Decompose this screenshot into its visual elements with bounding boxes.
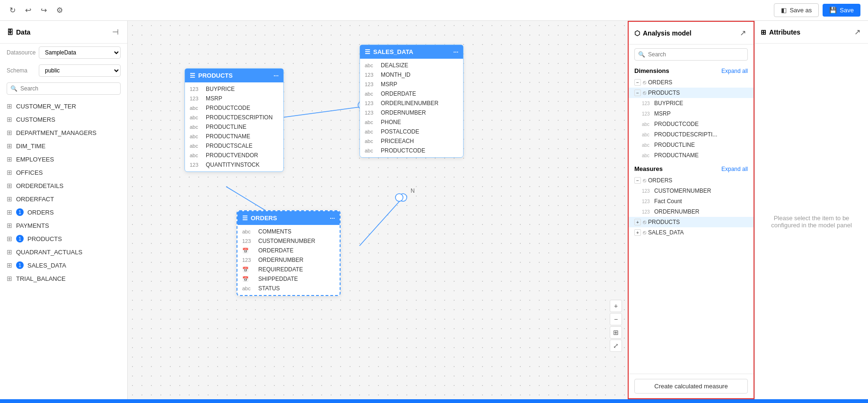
grid-icon: ⊞ [7,102,12,110]
dim-msrp-item[interactable]: 123 MSRP [629,108,754,119]
dim-productdesc-item[interactable]: abc PRODUCTDESCRIPTI... [629,129,754,140]
table-list-item[interactable]: ⊞ TRIAL_BALANCE [0,272,127,285]
dim-productcode-item[interactable]: abc PRODUCTCODE [629,119,754,129]
table-list-item[interactable]: ⊞ EMPLOYEES [0,152,127,166]
measures-expand-all[interactable]: Expand all [721,166,748,172]
refresh-button[interactable]: ↻ [8,4,18,17]
dimensions-expand-all[interactable]: Expand all [721,68,748,74]
orders-table-body: abcCOMMENTS 123CUSTOMERNUMBER 📅ORDERDATE… [237,225,340,295]
sales-data-menu-button[interactable]: ··· [453,48,458,55]
table-name: DEPARTMENT_MANAGERS [16,129,96,136]
attributes-panel: ⊞ Attributes ↗ Please select the item to… [754,21,868,399]
table-icon: ☰ [190,72,195,79]
dim-orders-item[interactable]: − ⎋ ORDERS [629,77,754,88]
zoom-out-button[interactable]: − [610,313,622,325]
sidebar-search-container: 🔍 [0,80,127,98]
meas-salesdata-item[interactable]: + ⎋ SALES_DATA [629,227,754,238]
left-sidebar: 🗄 Data ⊣ Datasource SampleData Schema pu… [0,21,128,399]
schema-select[interactable]: public [39,64,121,77]
canvas-area[interactable]: N 1 N ☰ PRODUCTS ··· 123BUYPRICE 123MSRP… [128,21,628,399]
create-measure-button[interactable]: Create calculated measure [634,379,748,394]
dim-buyprice-item[interactable]: 123 BUYPRICE [629,98,754,108]
zoom-in-button[interactable]: + [610,300,622,312]
table-list-item[interactable]: ⊞ DIM_TIME [0,139,127,152]
analysis-panel-header: ⬡ Analysis model ↗ [629,22,754,45]
collapse-sidebar-button[interactable]: ⊣ [110,26,121,38]
grid-icon: ⊞ [7,222,12,229]
sales-data-table-header: ☰ SALES_DATA ··· [360,45,463,59]
settings-button[interactable]: ⚙ [54,4,65,17]
table-row: abcDEALSIZE [360,61,463,70]
table-list-item[interactable]: ⊞ 1 PRODUCTS [0,232,127,245]
table-list-item[interactable]: ⊞ 1 SALES_DATA [0,259,127,272]
table-list-item[interactable]: ⊞ ORDERDETAILS [0,179,127,192]
products-table-title: PRODUCTS [198,72,233,79]
table-list-item[interactable]: ⊞ QUADRANT_ACTUALS [0,245,127,259]
table-row: abcPHONE [360,117,463,127]
table-row: abcPRODUCTCODE [360,146,463,155]
expand-view-button[interactable]: ⤢ [610,340,622,352]
sales-data-table-title: SALES_DATA [373,48,413,55]
table-list-item[interactable]: ⊞ CUSTOMERS [0,113,127,126]
meas-products-item[interactable]: + ⎋ PRODUCTS [629,217,754,227]
orders-table-header: ☰ ORDERS ··· [237,211,340,225]
grid-icon: ⊞ [7,142,12,150]
dim-products-item[interactable]: − ⎋ PRODUCTS [629,88,754,98]
meas-orders-item[interactable]: − ⎋ ORDERS [629,175,754,186]
table-row: abcSTATUS [237,284,340,293]
products-table-body: 123BUYPRICE 123MSRP abcPRODUCTCODE abcPR… [185,82,283,171]
collapse-attributes-button[interactable]: ↗ [852,26,862,38]
meas-customernumber-item[interactable]: 123 CUSTOMERNUMBER [629,186,754,196]
analysis-search-input[interactable] [634,48,748,61]
table-name: CUSTOMER_W_TER [16,103,76,110]
dim-productline-item[interactable]: abc PRODUCTLINE [629,140,754,150]
dim-productname-item[interactable]: abc PRODUCTNAME [629,150,754,161]
sidebar-search-input[interactable] [7,82,121,95]
table-name: ORDERDETAILS [16,182,63,189]
save-button[interactable]: 💾 Save [823,4,860,17]
save-as-label: Save as [789,7,812,14]
dim-products-expand[interactable]: − [634,90,641,96]
products-menu-button[interactable]: ··· [273,72,279,79]
analysis-search-container: 🔍 [629,45,754,64]
undo-button[interactable]: ↩ [23,4,33,17]
meas-products-expand[interactable]: + [634,219,641,225]
search-icon: 🔍 [10,85,18,92]
table-list-item[interactable]: ⊞ OFFICES [0,166,127,179]
datasource-label: Datasource [7,49,35,56]
analysis-search-icon: 🔍 [638,51,645,58]
grid-icon: ⊞ [7,169,12,176]
fit-view-button[interactable]: ⊞ [610,326,622,339]
table-badge: 1 [16,208,24,216]
attributes-icon: ⊞ [761,28,766,36]
redo-button[interactable]: ↪ [39,4,49,17]
collapse-analysis-button[interactable]: ↗ [738,27,748,39]
table-list-item[interactable]: ⊞ PAYMENTS [0,219,127,232]
table-name: DIM_TIME [16,143,45,150]
table-list-item[interactable]: ⊞ DEPARTMENT_MANAGERS [0,126,127,139]
table-row: 📅REQUIREDDATE [237,265,340,274]
table-list-item[interactable]: ⊞ 1 ORDERS [0,206,127,219]
meas-ordernumber-item[interactable]: 123 ORDERNUMBER [629,206,754,217]
table-list-item[interactable]: ⊞ CUSTOMER_W_TER [0,99,127,113]
link-icon: ⎋ [643,79,646,86]
table-row: abcPRODUCTNAME [185,132,283,141]
products-table-header: ☰ PRODUCTS ··· [185,69,283,82]
save-as-button[interactable]: ◧ Save as [774,3,819,17]
table-icon: ☰ [365,48,370,55]
table-list-item[interactable]: ⊞ ORDERFACT [0,192,127,206]
orders-menu-button[interactable]: ··· [330,215,335,222]
meas-factcount-item[interactable]: 123 Fact Count [629,196,754,206]
save-icon: 💾 [829,7,837,14]
datasource-select[interactable]: SampleData [39,46,121,59]
table-row: 123QUANTITYINSTOCK [185,160,283,170]
svg-line-6 [359,198,402,246]
meas-orders-expand[interactable]: − [634,177,641,184]
dim-orders-expand[interactable]: − [634,79,641,86]
table-row: 123MONTH_ID [360,70,463,80]
table-row: 123MSRP [360,80,463,89]
meas-salesdata-expand[interactable]: + [634,229,641,236]
table-row: abcPOSTALCODE [360,127,463,136]
grid-icon: ⊞ [7,261,12,269]
attributes-empty-message: Please select the item to be configured … [764,215,859,229]
